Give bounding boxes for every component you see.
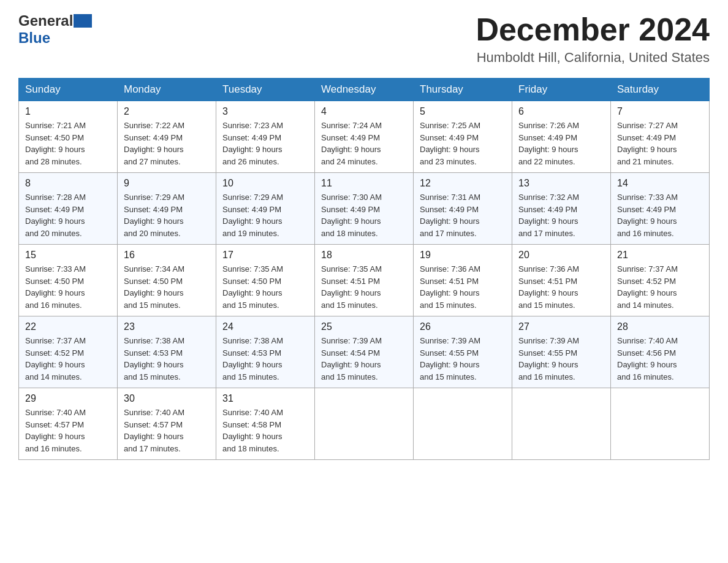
page-header: General Blue December 2024 Humboldt Hill… bbox=[18, 12, 710, 66]
day-sunrise: Sunrise: 7:28 AMSunset: 4:49 PMDaylight:… bbox=[25, 193, 86, 238]
day-sunrise: Sunrise: 7:34 AMSunset: 4:50 PMDaylight:… bbox=[124, 264, 184, 310]
day-sunrise: Sunrise: 7:36 AMSunset: 4:51 PMDaylight:… bbox=[518, 264, 579, 310]
day-sunrise: Sunrise: 7:38 AMSunset: 4:53 PMDaylight:… bbox=[222, 336, 283, 381]
day-sunrise: Sunrise: 7:40 AMSunset: 4:57 PMDaylight:… bbox=[124, 408, 184, 453]
table-row: 8 Sunrise: 7:28 AMSunset: 4:49 PMDayligh… bbox=[19, 173, 118, 245]
table-row: 10 Sunrise: 7:29 AMSunset: 4:49 PMDaylig… bbox=[216, 173, 315, 245]
table-row: 27 Sunrise: 7:39 AMSunset: 4:55 PMDaylig… bbox=[512, 316, 611, 388]
day-sunrise: Sunrise: 7:35 AMSunset: 4:51 PMDaylight:… bbox=[321, 264, 382, 310]
day-sunrise: Sunrise: 7:26 AMSunset: 4:49 PMDaylight:… bbox=[518, 121, 579, 166]
day-sunrise: Sunrise: 7:29 AMSunset: 4:49 PMDaylight:… bbox=[222, 193, 283, 238]
table-row: 23 Sunrise: 7:38 AMSunset: 4:53 PMDaylig… bbox=[118, 316, 216, 388]
day-number: 6 bbox=[518, 106, 604, 117]
title-area: December 2024 Humboldt Hill, California,… bbox=[476, 12, 710, 66]
day-number: 31 bbox=[222, 393, 308, 404]
table-row: 3 Sunrise: 7:23 AMSunset: 4:49 PMDayligh… bbox=[216, 101, 315, 173]
day-number: 1 bbox=[25, 106, 111, 117]
table-row: 4 Sunrise: 7:24 AMSunset: 4:49 PMDayligh… bbox=[315, 101, 414, 173]
day-sunrise: Sunrise: 7:40 AMSunset: 4:57 PMDaylight:… bbox=[25, 408, 86, 453]
table-row: 21 Sunrise: 7:37 AMSunset: 4:52 PMDaylig… bbox=[611, 245, 710, 316]
day-sunrise: Sunrise: 7:23 AMSunset: 4:49 PMDaylight:… bbox=[222, 121, 283, 166]
day-number: 9 bbox=[124, 178, 210, 189]
day-sunrise: Sunrise: 7:38 AMSunset: 4:53 PMDaylight:… bbox=[124, 336, 184, 381]
header-thursday: Thursday bbox=[414, 79, 512, 101]
logo-blue-text: Blue bbox=[18, 29, 50, 46]
day-sunrise: Sunrise: 7:35 AMSunset: 4:50 PMDaylight:… bbox=[222, 264, 283, 310]
location-subtitle: Humboldt Hill, California, United States bbox=[476, 50, 710, 66]
day-number: 28 bbox=[617, 321, 703, 332]
header-saturday: Saturday bbox=[611, 79, 710, 101]
day-sunrise: Sunrise: 7:37 AMSunset: 4:52 PMDaylight:… bbox=[25, 336, 86, 381]
day-number: 26 bbox=[420, 321, 506, 332]
day-number: 7 bbox=[617, 106, 703, 117]
day-sunrise: Sunrise: 7:39 AMSunset: 4:54 PMDaylight:… bbox=[321, 336, 382, 381]
day-sunrise: Sunrise: 7:40 AMSunset: 4:56 PMDaylight:… bbox=[617, 336, 678, 381]
day-number: 8 bbox=[25, 178, 111, 189]
logo-flag-icon bbox=[74, 14, 92, 28]
day-number: 29 bbox=[25, 393, 111, 404]
table-row: 2 Sunrise: 7:22 AMSunset: 4:49 PMDayligh… bbox=[118, 101, 216, 173]
table-row: 11 Sunrise: 7:30 AMSunset: 4:49 PMDaylig… bbox=[315, 173, 414, 245]
table-row: 13 Sunrise: 7:32 AMSunset: 4:49 PMDaylig… bbox=[512, 173, 611, 245]
day-sunrise: Sunrise: 7:31 AMSunset: 4:49 PMDaylight:… bbox=[420, 193, 480, 238]
header-monday: Monday bbox=[118, 79, 216, 101]
table-row: 16 Sunrise: 7:34 AMSunset: 4:50 PMDaylig… bbox=[118, 245, 216, 316]
day-number: 22 bbox=[25, 321, 111, 332]
day-sunrise: Sunrise: 7:40 AMSunset: 4:58 PMDaylight:… bbox=[222, 408, 283, 453]
table-row bbox=[512, 388, 611, 460]
day-sunrise: Sunrise: 7:30 AMSunset: 4:49 PMDaylight:… bbox=[321, 193, 382, 238]
header-tuesday: Tuesday bbox=[216, 79, 315, 101]
table-row: 14 Sunrise: 7:33 AMSunset: 4:49 PMDaylig… bbox=[611, 173, 710, 245]
calendar-week-row: 29 Sunrise: 7:40 AMSunset: 4:57 PMDaylig… bbox=[19, 388, 710, 460]
day-number: 12 bbox=[420, 178, 506, 189]
table-row: 31 Sunrise: 7:40 AMSunset: 4:58 PMDaylig… bbox=[216, 388, 315, 460]
day-number: 16 bbox=[124, 250, 210, 261]
day-sunrise: Sunrise: 7:32 AMSunset: 4:49 PMDaylight:… bbox=[518, 193, 579, 238]
day-number: 20 bbox=[518, 250, 604, 261]
day-number: 30 bbox=[124, 393, 210, 404]
day-number: 15 bbox=[25, 250, 111, 261]
logo-area: General Blue bbox=[18, 12, 93, 47]
header-friday: Friday bbox=[512, 79, 611, 101]
calendar-week-row: 1 Sunrise: 7:21 AMSunset: 4:50 PMDayligh… bbox=[19, 101, 710, 173]
table-row: 22 Sunrise: 7:37 AMSunset: 4:52 PMDaylig… bbox=[19, 316, 118, 388]
day-sunrise: Sunrise: 7:25 AMSunset: 4:49 PMDaylight:… bbox=[420, 121, 480, 166]
table-row: 29 Sunrise: 7:40 AMSunset: 4:57 PMDaylig… bbox=[19, 388, 118, 460]
day-number: 21 bbox=[617, 250, 703, 261]
day-sunrise: Sunrise: 7:21 AMSunset: 4:50 PMDaylight:… bbox=[25, 121, 86, 166]
table-row: 12 Sunrise: 7:31 AMSunset: 4:49 PMDaylig… bbox=[414, 173, 512, 245]
day-number: 14 bbox=[617, 178, 703, 189]
day-number: 10 bbox=[222, 178, 308, 189]
table-row: 15 Sunrise: 7:33 AMSunset: 4:50 PMDaylig… bbox=[19, 245, 118, 316]
day-sunrise: Sunrise: 7:39 AMSunset: 4:55 PMDaylight:… bbox=[518, 336, 579, 381]
day-number: 25 bbox=[321, 321, 407, 332]
table-row: 24 Sunrise: 7:38 AMSunset: 4:53 PMDaylig… bbox=[216, 316, 315, 388]
weekday-header-row: Sunday Monday Tuesday Wednesday Thursday… bbox=[19, 79, 710, 101]
day-sunrise: Sunrise: 7:39 AMSunset: 4:55 PMDaylight:… bbox=[420, 336, 480, 381]
day-number: 24 bbox=[222, 321, 308, 332]
day-number: 19 bbox=[420, 250, 506, 261]
month-title: December 2024 bbox=[476, 12, 710, 47]
table-row: 28 Sunrise: 7:40 AMSunset: 4:56 PMDaylig… bbox=[611, 316, 710, 388]
table-row: 18 Sunrise: 7:35 AMSunset: 4:51 PMDaylig… bbox=[315, 245, 414, 316]
table-row: 26 Sunrise: 7:39 AMSunset: 4:55 PMDaylig… bbox=[414, 316, 512, 388]
day-number: 13 bbox=[518, 178, 604, 189]
table-row bbox=[315, 388, 414, 460]
calendar-table: Sunday Monday Tuesday Wednesday Thursday… bbox=[18, 78, 710, 460]
day-sunrise: Sunrise: 7:22 AMSunset: 4:49 PMDaylight:… bbox=[124, 121, 184, 166]
day-number: 23 bbox=[124, 321, 210, 332]
day-number: 4 bbox=[321, 106, 407, 117]
day-number: 2 bbox=[124, 106, 210, 117]
table-row: 5 Sunrise: 7:25 AMSunset: 4:49 PMDayligh… bbox=[414, 101, 512, 173]
table-row: 9 Sunrise: 7:29 AMSunset: 4:49 PMDayligh… bbox=[118, 173, 216, 245]
day-number: 5 bbox=[420, 106, 506, 117]
day-number: 18 bbox=[321, 250, 407, 261]
table-row: 30 Sunrise: 7:40 AMSunset: 4:57 PMDaylig… bbox=[118, 388, 216, 460]
header-wednesday: Wednesday bbox=[315, 79, 414, 101]
day-number: 3 bbox=[222, 106, 308, 117]
day-number: 17 bbox=[222, 250, 308, 261]
table-row bbox=[611, 388, 710, 460]
day-sunrise: Sunrise: 7:36 AMSunset: 4:51 PMDaylight:… bbox=[420, 264, 480, 310]
table-row: 1 Sunrise: 7:21 AMSunset: 4:50 PMDayligh… bbox=[19, 101, 118, 173]
day-sunrise: Sunrise: 7:33 AMSunset: 4:49 PMDaylight:… bbox=[617, 193, 678, 238]
